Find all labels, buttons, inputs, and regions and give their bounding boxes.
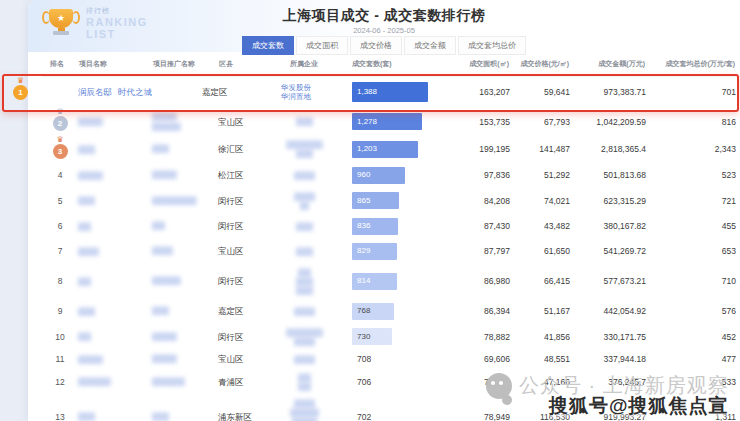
area-cell: 97,836 [448,163,510,188]
company-cell: █████████████ [264,136,344,163]
company-link[interactable]: ███ [264,373,344,382]
company-link[interactable]: █████ [264,171,344,180]
project-name-link[interactable]: ████ [78,308,94,315]
promo-name-link[interactable]: ███████ [152,122,218,132]
company-link[interactable]: ██████ [264,417,344,421]
count-bar: 960 [352,167,405,184]
promo-name-link[interactable]: ████████ [152,377,218,387]
company-link[interactable]: █████ [264,192,344,201]
price-cell: 59,641 [510,77,570,108]
table-row[interactable]: 2███████████████████宝山区████1,278153,7356… [42,108,736,136]
promo-name-cell: █████████████ [152,108,218,136]
promo-name-link[interactable]: ██████ [152,354,218,364]
company-link[interactable]: ████ [264,247,344,256]
table-row[interactable]: 6██████闵行区████83687,43043,482380,167.824… [42,214,736,239]
company-link[interactable]: █████ [264,337,344,346]
promo-name-link[interactable]: ████ [152,306,218,316]
promo-name-link[interactable]: ████ [152,144,218,154]
company-link[interactable]: ████ [264,222,344,231]
project-name-link[interactable]: ████ [78,146,94,153]
table-row[interactable]: 8██████████闵行区███████████81486,98066,415… [42,264,736,299]
promo-name-link[interactable]: ██████ [152,170,218,180]
district-cell: 徐汇区 [218,136,264,163]
table-row[interactable]: 润辰名邸时代之城嘉定区华发股份华润置地1,388163,20759,641973… [42,77,736,108]
avg-price-cell: 477 [646,350,736,369]
rank-cell: 11 [42,350,78,369]
company-link[interactable]: ████ [264,286,344,295]
amount-cell: 577,673.21 [570,264,646,299]
area-cell: 87,430 [448,214,510,239]
company-link[interactable]: █████ [264,399,344,408]
table-row[interactable]: 10█████████闵行区██████████████73078,88241,… [42,324,736,350]
company-cell: ████ [264,214,344,239]
company-link[interactable]: █████████ [264,140,344,149]
company-link[interactable]: █████████ [264,328,344,337]
tab-4[interactable]: 成交金额 [404,36,456,55]
tab-2[interactable]: 成交面积 [296,36,348,55]
project-name-link[interactable]: ██████ [78,118,102,125]
project-name-link[interactable]: ███ [78,223,90,230]
company-link[interactable]: ██ [264,201,344,210]
medal-bronze-icon: 3 [53,144,68,159]
company-link[interactable]: ████ [264,149,344,158]
district-cell: 闵行区 [218,214,264,239]
project-name-link[interactable]: ██████ [78,172,102,179]
promo-name-cell: ██████ [152,350,218,369]
column-header: 区县 [218,52,264,77]
project-name-link[interactable]: █████ [78,248,98,255]
company-link[interactable]: ████ [264,117,344,126]
price-cell: 61,650 [510,239,570,264]
table-row[interactable]: 11████████████宝山区█████70869,60648,551337… [42,350,736,369]
avg-price-cell: 653 [646,239,736,264]
table-row[interactable]: 3████████徐汇区█████████████1,203199,195141… [42,136,736,163]
project-name-link[interactable]: ████ [78,197,94,204]
company-link[interactable]: █████ [264,355,344,364]
project-name-link[interactable]: ██████ [78,356,102,363]
company-cell: █████████████████████ [264,395,344,421]
project-name-link[interactable]: ████ [78,413,94,420]
promo-name-link[interactable]: ███████████ [152,196,218,206]
table-row[interactable]: 12████████████████青浦区██████70679,77147,1… [42,369,736,395]
company-link[interactable]: ████ [264,277,344,286]
project-name-cell: ██████ [78,108,152,136]
project-name-cell: ███ [78,324,152,350]
project-name-link[interactable]: ████████ [78,378,110,385]
promo-name-cell: ████ [152,395,218,421]
company-link[interactable]: 华润置地 [256,92,336,101]
project-name-link[interactable]: 润辰名邸 [78,87,112,97]
tab-5[interactable]: 成交套均总价 [458,36,526,55]
area-cell: 153,735 [448,108,510,136]
company-cell: ████ [264,239,344,264]
avg-price-cell: 452 [646,324,736,350]
rank-cell: 2 [42,108,78,136]
table-row[interactable]: 7██████████宝山区████82987,79761,650541,269… [42,239,736,264]
table-row[interactable]: 9████████嘉定区█████76886,39451,167442,054.… [42,299,736,324]
promo-name-cell: ████████ [152,369,218,395]
promo-name-link[interactable]: ███████ [152,276,218,286]
company-link[interactable]: 华发股份 [256,83,336,92]
project-name-link[interactable]: ███ [78,278,90,285]
company-link[interactable]: █████ [264,307,344,316]
promo-name-link[interactable]: ██████ [152,112,218,122]
promo-name-link[interactable]: ██████ [152,332,218,342]
project-name-link[interactable]: ███ [78,333,90,340]
table-row[interactable]: 13████████浦东新区█████████████████████70278… [42,395,736,421]
avg-price-cell: 710 [646,264,736,299]
promo-name-link[interactable]: █████ [152,246,218,256]
rank-cell: 3 [42,136,78,163]
column-header: 成交套均总价(万元/套) [646,52,736,77]
view-tabs: 成交套数成交面积成交价格成交金额成交套均总价 [28,36,740,55]
tab-3[interactable]: 成交价格 [350,36,402,55]
promo-name-link[interactable]: ███ [152,221,218,231]
table-row[interactable]: 4████████████松江区█████96097,83651,292501,… [42,163,736,188]
tab-1[interactable]: 成交套数 [242,36,294,55]
company-link[interactable]: ███ [264,268,344,277]
company-link[interactable]: ███████ [264,408,344,417]
company-link[interactable]: ███ [264,382,344,391]
count-bar: 865 [352,192,399,209]
table-row[interactable]: 5███████████████闵行区███████86584,20874,02… [42,188,736,214]
price-cell: 51,167 [510,299,570,324]
promo-name-link[interactable]: ████ [152,412,218,421]
rank-cell: 12 [42,369,78,395]
promo-name-link[interactable]: 时代之城 [118,87,184,97]
